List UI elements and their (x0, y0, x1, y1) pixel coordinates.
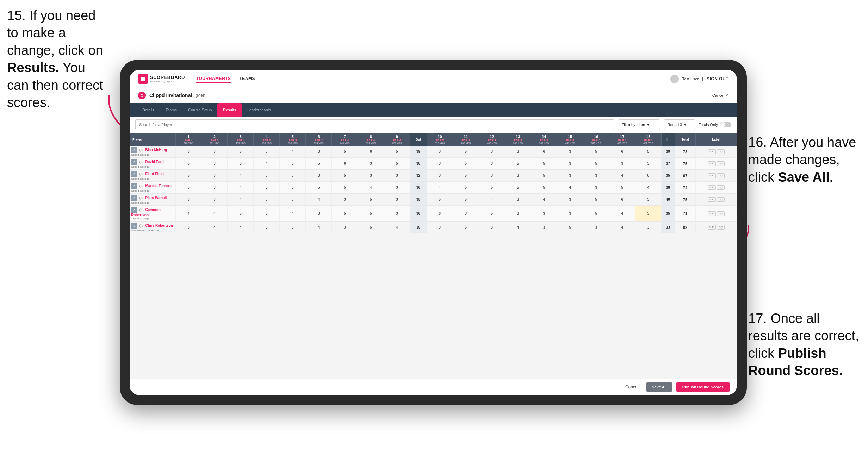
score-h1[interactable]: 5 (175, 182, 202, 194)
score-h9[interactable]: 5 (384, 146, 410, 158)
score-h17[interactable]: 4 (609, 170, 635, 182)
score-h14[interactable]: 6 (531, 146, 557, 158)
score-h10[interactable]: 3 (427, 146, 453, 158)
dq-button[interactable]: DQ (717, 211, 725, 216)
score-h17[interactable]: 4 (609, 206, 635, 222)
score-h11[interactable]: 5 (453, 182, 479, 194)
score-h12[interactable]: 3 (479, 146, 505, 158)
score-h5[interactable]: 3 (280, 182, 306, 194)
score-h11[interactable]: 3 (453, 206, 479, 222)
score-h15[interactable]: 3 (557, 206, 583, 222)
score-h11[interactable]: 5 (453, 146, 479, 158)
score-h3[interactable]: 5 (228, 206, 254, 222)
score-h5[interactable]: 4 (280, 206, 306, 222)
score-h12[interactable]: 4 (479, 194, 505, 206)
score-h5[interactable]: 4 (280, 146, 306, 158)
score-h5[interactable]: 3 (280, 222, 306, 234)
score-h2[interactable]: 4 (202, 222, 228, 234)
score-h8[interactable]: 3 (358, 170, 384, 182)
dq-button[interactable]: DQ (717, 185, 725, 190)
score-h9[interactable]: 5 (384, 158, 410, 170)
dq-button[interactable]: DQ (717, 173, 725, 178)
sign-out-link[interactable]: Sign out (707, 75, 728, 83)
score-h4[interactable]: 5 (254, 194, 280, 206)
score-h16[interactable]: 3 (583, 222, 609, 234)
score-h7[interactable]: 5 (332, 206, 358, 222)
score-h11[interactable]: 5 (453, 158, 479, 170)
score-h5[interactable]: 5 (280, 194, 306, 206)
score-h15[interactable]: 5 (557, 222, 583, 234)
score-h9[interactable]: 3 (384, 206, 410, 222)
score-h13[interactable]: 4 (505, 222, 531, 234)
score-h2[interactable]: 3 (202, 194, 228, 206)
score-h11[interactable]: 5 (453, 194, 479, 206)
score-h15[interactable]: 4 (557, 182, 583, 194)
score-h1[interactable]: 4 (175, 206, 202, 222)
score-h8[interactable]: 4 (358, 182, 384, 194)
score-h14[interactable]: 4 (531, 194, 557, 206)
score-h3[interactable]: 4 (228, 194, 254, 206)
score-h6[interactable]: 5 (306, 182, 332, 194)
tab-details[interactable]: Details (137, 103, 160, 117)
score-h4[interactable]: 5 (254, 222, 280, 234)
score-h7[interactable]: 5 (332, 182, 358, 194)
score-h12[interactable]: 5 (479, 182, 505, 194)
score-h9[interactable]: 3 (384, 170, 410, 182)
wd-button[interactable]: WD (708, 161, 716, 166)
score-h17[interactable]: 6 (609, 194, 635, 206)
score-h10[interactable]: 3 (427, 158, 453, 170)
score-h7[interactable]: 5 (332, 170, 358, 182)
score-h3[interactable]: 4 (228, 222, 254, 234)
nav-teams[interactable]: TEAMS (240, 75, 255, 83)
score-h2[interactable]: 3 (202, 146, 228, 158)
score-h6[interactable]: 3 (306, 170, 332, 182)
dq-button[interactable]: DQ (717, 225, 725, 230)
score-h12[interactable]: 3 (479, 222, 505, 234)
score-h11[interactable]: 5 (453, 222, 479, 234)
score-h8[interactable]: 6 (358, 146, 384, 158)
score-h8[interactable]: 3 (358, 158, 384, 170)
tab-results[interactable]: Results (217, 103, 242, 117)
dq-button[interactable]: DQ (717, 161, 725, 166)
score-h17[interactable]: 5 (609, 182, 635, 194)
score-h14[interactable]: 5 (531, 158, 557, 170)
score-h13[interactable]: 3 (505, 206, 531, 222)
score-h3[interactable]: 4 (228, 170, 254, 182)
score-h9[interactable]: 3 (384, 194, 410, 206)
score-h12[interactable]: 5 (479, 206, 505, 222)
score-h4[interactable]: 4 (254, 158, 280, 170)
wd-button[interactable]: WD (708, 173, 716, 178)
score-h1[interactable]: 3 (175, 146, 202, 158)
score-h16[interactable]: 5 (583, 146, 609, 158)
tab-leaderboards[interactable]: Leaderboards (242, 103, 277, 117)
score-h18[interactable]: 4 (635, 182, 661, 194)
cancel-tournament-btn[interactable]: Cancel ✕ (712, 93, 728, 98)
score-h16[interactable]: 5 (583, 194, 609, 206)
score-h18[interactable]: 3 (635, 158, 661, 170)
totals-toggle-switch[interactable] (720, 122, 731, 127)
score-h18[interactable]: 3 (635, 206, 661, 222)
score-h13[interactable]: 5 (505, 158, 531, 170)
search-input[interactable] (135, 119, 614, 130)
score-h9[interactable]: 3 (384, 182, 410, 194)
score-h18[interactable]: 6 (635, 170, 661, 182)
score-h7[interactable]: 3 (332, 194, 358, 206)
tab-course-setup[interactable]: Course Setup (182, 103, 217, 117)
score-h14[interactable]: 3 (531, 222, 557, 234)
score-h1[interactable]: 3 (175, 194, 202, 206)
score-h6[interactable]: 4 (306, 194, 332, 206)
score-h13[interactable]: 3 (505, 194, 531, 206)
score-h6[interactable]: 4 (306, 222, 332, 234)
score-h9[interactable]: 4 (384, 222, 410, 234)
score-h10[interactable]: 5 (427, 194, 453, 206)
score-h11[interactable]: 5 (453, 170, 479, 182)
score-h10[interactable]: 4 (427, 182, 453, 194)
score-h17[interactable]: 6 (609, 146, 635, 158)
score-h3[interactable]: 3 (228, 158, 254, 170)
score-h4[interactable]: 3 (254, 170, 280, 182)
score-h1[interactable]: 5 (175, 170, 202, 182)
score-h6[interactable]: 3 (306, 206, 332, 222)
publish-button[interactable]: Publish Round Scores (676, 382, 730, 392)
score-h2[interactable]: 4 (202, 206, 228, 222)
score-h7[interactable]: 5 (332, 146, 358, 158)
